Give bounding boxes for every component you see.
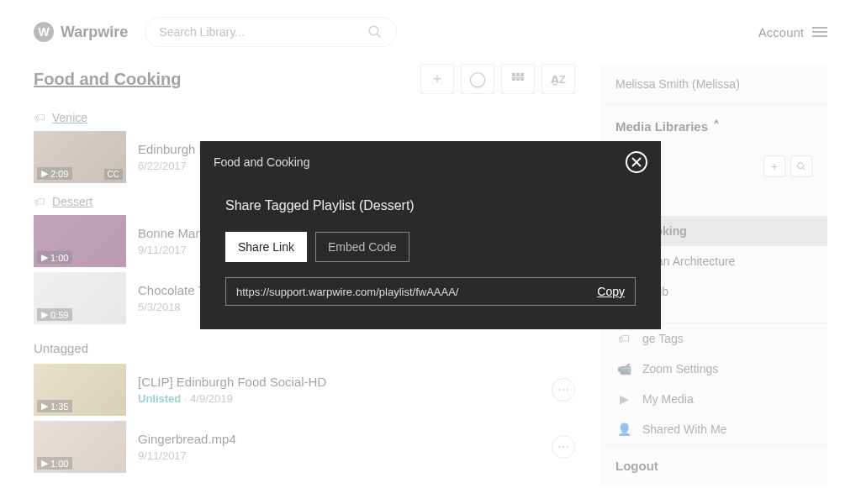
share-url-input[interactable] [236,286,589,298]
tab-share-link[interactable]: Share Link [225,232,307,262]
modal-breadcrumb: Food and Cooking [214,155,626,169]
share-modal: Food and Cooking Share Tagged Playlist (… [200,141,661,329]
close-icon [631,156,642,168]
share-url-row: Copy [225,277,636,306]
modal-heading: Share Tagged Playlist (Dessert) [225,198,636,213]
modal-overlay[interactable]: Food and Cooking Share Tagged Playlist (… [0,0,861,504]
close-button[interactable] [626,151,647,173]
tab-embed-code[interactable]: Embed Code [315,232,409,262]
copy-button[interactable]: Copy [597,285,625,298]
